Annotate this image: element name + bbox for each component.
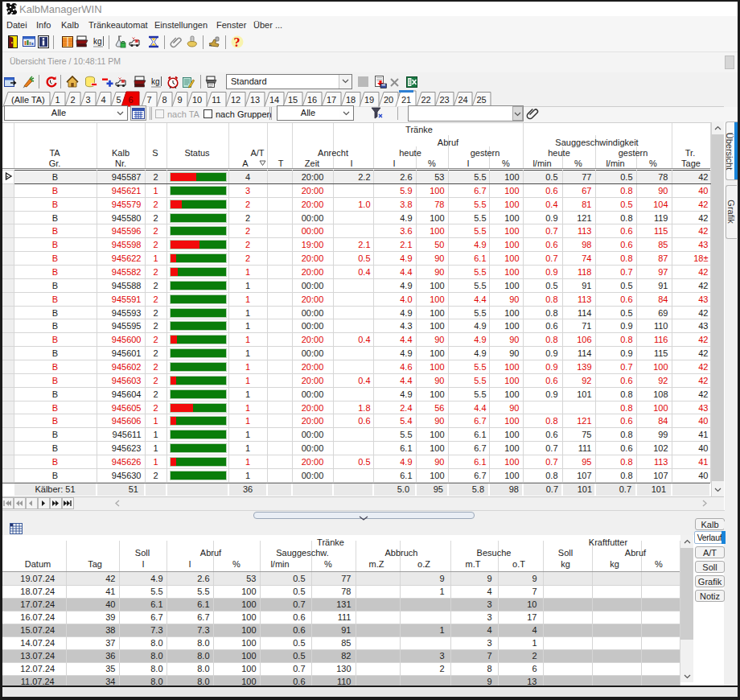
svg-text:7: 7: [146, 95, 151, 105]
svg-text:14: 14: [269, 95, 279, 105]
svg-text:25: 25: [476, 95, 486, 105]
svg-text:17: 17: [327, 95, 336, 105]
svg-text:15: 15: [288, 95, 298, 105]
svg-text:13: 13: [250, 95, 260, 105]
svg-text:21: 21: [401, 95, 411, 105]
svg-text:(Alle TA): (Alle TA): [11, 95, 45, 105]
svg-text:4: 4: [101, 95, 105, 105]
svg-text:23: 23: [439, 95, 449, 105]
svg-text:20: 20: [384, 95, 393, 105]
svg-text:5: 5: [116, 95, 121, 105]
svg-text:3: 3: [85, 95, 90, 105]
svg-text:16: 16: [307, 95, 317, 105]
svg-text:8: 8: [162, 95, 166, 105]
svg-text:1: 1: [55, 95, 60, 105]
svg-text:2: 2: [70, 95, 75, 105]
svg-text:19: 19: [364, 95, 374, 105]
svg-text:24: 24: [458, 95, 467, 105]
svg-text:6: 6: [128, 95, 133, 105]
svg-text:9: 9: [177, 95, 182, 105]
svg-text:kg: kg: [93, 37, 102, 46]
svg-text:12: 12: [231, 95, 240, 105]
svg-text:?: ?: [234, 35, 240, 48]
svg-text:22: 22: [421, 95, 430, 105]
svg-text:10: 10: [192, 95, 202, 105]
svg-text:kg: kg: [151, 77, 160, 86]
svg-text:18: 18: [346, 95, 356, 105]
svg-text:11: 11: [212, 95, 220, 105]
